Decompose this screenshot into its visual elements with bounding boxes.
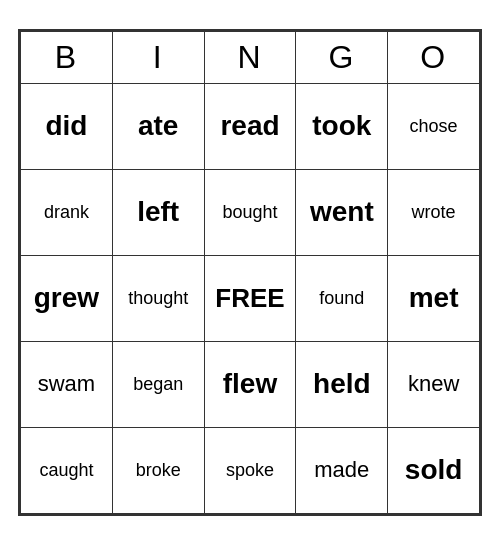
cell-word: bought [222, 202, 277, 222]
table-row: didatereadtookchose [21, 83, 480, 169]
cell-word: grew [34, 282, 99, 313]
bingo-cell: did [21, 83, 113, 169]
bingo-cell: knew [388, 341, 480, 427]
header-row: BINGO [21, 31, 480, 83]
table-row: drankleftboughtwentwrote [21, 169, 480, 255]
bingo-cell: bought [204, 169, 296, 255]
bingo-cell: found [296, 255, 388, 341]
bingo-cell: broke [112, 427, 204, 513]
cell-word: thought [128, 288, 188, 308]
header-cell: I [112, 31, 204, 83]
bingo-table: BINGO didatereadtookchosedrankleftbought… [20, 31, 480, 514]
cell-word: flew [223, 368, 277, 399]
cell-word: made [314, 457, 369, 482]
bingo-cell: met [388, 255, 480, 341]
cell-word: did [45, 110, 87, 141]
cell-word: held [313, 368, 371, 399]
bingo-cell: sold [388, 427, 480, 513]
cell-word: knew [408, 371, 459, 396]
cell-word: went [310, 196, 374, 227]
cell-word: FREE [215, 283, 284, 313]
bingo-cell: flew [204, 341, 296, 427]
cell-word: chose [410, 116, 458, 136]
bingo-cell: wrote [388, 169, 480, 255]
header-cell: B [21, 31, 113, 83]
bingo-cell: thought [112, 255, 204, 341]
cell-word: took [312, 110, 371, 141]
bingo-cell: drank [21, 169, 113, 255]
bingo-cell: grew [21, 255, 113, 341]
bingo-card: BINGO didatereadtookchosedrankleftbought… [18, 29, 482, 516]
bingo-cell: ate [112, 83, 204, 169]
cell-word: left [137, 196, 179, 227]
table-row: swambeganflewheldknew [21, 341, 480, 427]
header-cell: N [204, 31, 296, 83]
bingo-cell: read [204, 83, 296, 169]
cell-word: ate [138, 110, 178, 141]
cell-word: spoke [226, 460, 274, 480]
bingo-cell: made [296, 427, 388, 513]
cell-word: found [319, 288, 364, 308]
bingo-cell: took [296, 83, 388, 169]
bingo-cell: caught [21, 427, 113, 513]
cell-word: read [220, 110, 279, 141]
cell-word: met [409, 282, 459, 313]
bingo-cell: FREE [204, 255, 296, 341]
cell-word: drank [44, 202, 89, 222]
header-cell: O [388, 31, 480, 83]
table-row: caughtbrokespokemadesold [21, 427, 480, 513]
bingo-cell: swam [21, 341, 113, 427]
cell-word: wrote [412, 202, 456, 222]
cell-word: swam [38, 371, 95, 396]
bingo-cell: left [112, 169, 204, 255]
header-cell: G [296, 31, 388, 83]
bingo-cell: began [112, 341, 204, 427]
bingo-cell: chose [388, 83, 480, 169]
cell-word: caught [39, 460, 93, 480]
cell-word: broke [136, 460, 181, 480]
table-row: grewthoughtFREEfoundmet [21, 255, 480, 341]
bingo-cell: held [296, 341, 388, 427]
cell-word: sold [405, 454, 463, 485]
bingo-cell: went [296, 169, 388, 255]
bingo-cell: spoke [204, 427, 296, 513]
cell-word: began [133, 374, 183, 394]
